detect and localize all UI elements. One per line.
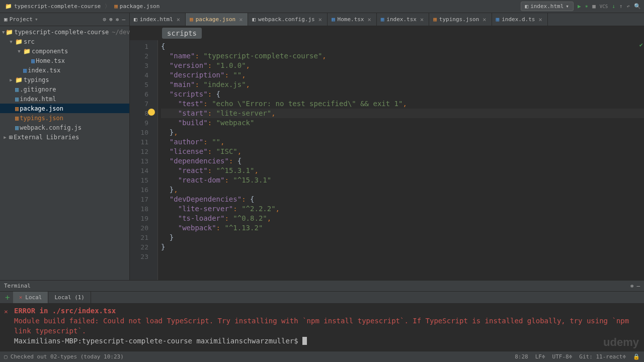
tree-file-packagejson[interactable]: ▦ package.json <box>0 104 129 113</box>
vcs-update-icon[interactable]: ↓ <box>612 3 615 10</box>
tree-label: typescript-complete-course <box>14 29 109 36</box>
tab-packagejson[interactable]: ▦package.json× <box>186 13 248 26</box>
breadcrumb-file[interactable]: ▦ package.json <box>112 2 162 11</box>
html-file-icon: ▦ <box>15 96 19 103</box>
close-icon[interactable]: × <box>317 16 323 23</box>
code-area[interactable]: 1234567891011121314151617181920212223 { … <box>130 40 644 280</box>
chevron-down-icon[interactable]: ▾ <box>35 16 38 23</box>
json-file-icon: ▦ <box>15 105 19 112</box>
chevron-down-icon[interactable]: ▼ <box>16 49 22 54</box>
close-icon[interactable]: × <box>537 16 543 23</box>
collapse-icon[interactable]: ⊙ <box>103 16 107 23</box>
folder-icon: 📁 <box>5 3 12 10</box>
hint-bulb-icon[interactable] <box>148 109 155 116</box>
json-file-icon: ▦ <box>190 16 193 23</box>
tree-file-indexhtml[interactable]: ▦ index.html <box>0 94 129 104</box>
tree-folder-components[interactable]: ▼ 📁 components <box>0 46 129 56</box>
terminal-title: Terminal <box>4 283 31 289</box>
breadcrumb-file-label: package.json <box>120 3 159 10</box>
tsx-file-icon: ▦ <box>23 67 27 74</box>
tab-indexdts[interactable]: ▦index.d.ts× <box>492 13 548 26</box>
chevron-down-icon[interactable]: ▼ <box>2 30 5 35</box>
terminal-prompt: Maximilians-MBP:typescript-complete-cour… <box>14 336 640 346</box>
tab-webpack[interactable]: ◧webpack.config.js× <box>248 13 327 26</box>
search-icon[interactable]: 🔍 <box>634 3 641 10</box>
hide-icon[interactable]: — <box>636 283 640 289</box>
terminal-tab-local1[interactable]: Local (1) <box>48 292 91 303</box>
close-icon[interactable]: × <box>367 16 372 23</box>
chevron-down-icon[interactable]: ▼ <box>8 39 14 44</box>
sidebar-title[interactable]: Project <box>10 16 33 23</box>
tree-folder-typings[interactable]: ▶ 📁 typings <box>0 75 129 84</box>
js-file-icon: ▦ <box>15 124 19 131</box>
chevron-right-icon[interactable]: ▶ <box>2 135 8 140</box>
tab-label: index.d.ts <box>502 16 535 23</box>
breadcrumb-scripts[interactable]: scripts <box>162 28 202 39</box>
chevron-right-icon[interactable]: ▶ <box>8 77 14 82</box>
stop-icon[interactable]: ■ <box>592 3 596 10</box>
tree-file-home[interactable]: ▦ Home.tsx <box>0 56 129 65</box>
tree-external-libs[interactable]: ▶ ⊞ External Libraries <box>0 132 129 142</box>
terminal-error-heading: ERROR in ./src/index.tsx <box>14 306 640 316</box>
inspection-ok-icon[interactable]: ✔ <box>639 41 643 48</box>
locate-icon[interactable]: ⊕ <box>109 16 113 23</box>
terminal-tab-local[interactable]: × Local <box>13 292 49 303</box>
gear-icon[interactable]: ✲ <box>630 283 634 289</box>
vcs-commit-icon[interactable]: ↑ <box>619 3 623 10</box>
tree-label: Home.tsx <box>36 57 65 64</box>
close-icon[interactable]: × <box>481 16 487 23</box>
gear-icon[interactable]: ✲ <box>116 16 119 23</box>
close-icon[interactable]: × <box>238 16 244 23</box>
tree-file-indextsx[interactable]: ▦ index.tsx <box>0 65 129 75</box>
tree-label: typings <box>24 76 49 83</box>
tab-label: index.html <box>140 16 173 23</box>
tree-folder-src[interactable]: ▼ 📁 src <box>0 37 129 46</box>
code-content[interactable]: { "name": "typescript-complete-course", … <box>158 40 644 280</box>
status-icon[interactable]: ▢ <box>4 353 8 360</box>
run-config-label: index.html <box>530 3 564 10</box>
vcs-icon[interactable]: VCS <box>600 4 608 9</box>
library-icon: ⊞ <box>9 134 13 141</box>
debug-icon[interactable]: ✶ <box>585 3 589 10</box>
terminal-body[interactable]: × ERROR in ./src/index.tsx Module build … <box>0 304 644 351</box>
breadcrumb: 📁 typescript-complete-course 〉 ▦ package… <box>3 2 162 11</box>
tree-file-typingsjson[interactable]: ▦ typings.json <box>0 113 129 123</box>
error-x-icon[interactable]: × <box>4 307 8 317</box>
folder-icon: 📁 <box>15 76 23 83</box>
json-file-icon: ▦ <box>15 115 19 122</box>
lock-icon[interactable]: 🔒 <box>633 353 640 360</box>
run-icon[interactable]: ▶ <box>578 3 581 10</box>
breadcrumb-project[interactable]: 📁 typescript-complete-course <box>3 2 103 11</box>
tab-label: index.tsx <box>386 16 417 23</box>
tree-root[interactable]: ▼ 📁 typescript-complete-course ~/devel <box>0 27 129 37</box>
terminal-tabs: + × Local Local (1) <box>0 292 644 304</box>
tree-label: typings.json <box>20 115 63 122</box>
status-bar: ▢ Checked out 02-types (today 10:23) 8:2… <box>0 351 644 362</box>
editor-breadcrumb: scripts <box>130 26 644 40</box>
add-terminal-button[interactable]: + <box>2 292 13 303</box>
undo-icon[interactable]: ↶ <box>626 3 630 10</box>
tree-label: index.html <box>20 96 56 103</box>
tab-typingsjson[interactable]: ▦typings.json× <box>429 13 492 26</box>
tab-label: package.json <box>196 16 235 23</box>
js-file-icon: ◧ <box>252 16 256 23</box>
file-encoding[interactable]: UTF-8≑ <box>552 353 573 360</box>
chevron-down-icon: ▾ <box>566 3 569 10</box>
close-icon[interactable]: × <box>19 294 23 301</box>
cursor-position[interactable]: 8:28 <box>515 353 528 360</box>
terminal-error-detail: Module build failed: Could not load Type… <box>14 316 640 336</box>
git-branch[interactable]: Git: 11-react≑ <box>579 353 626 360</box>
tab-home[interactable]: ▦Home.tsx× <box>328 13 377 26</box>
line-separator[interactable]: LF≑ <box>535 353 545 360</box>
close-icon[interactable]: × <box>419 16 425 23</box>
terminal-panel: Terminal ✲ — + × Local Local (1) × ERROR… <box>0 280 644 351</box>
tree-file-webpack[interactable]: ▦ webpack.config.js <box>0 123 129 132</box>
tab-indexhtml[interactable]: ◧index.html× <box>130 13 186 26</box>
project-tree: ▼ 📁 typescript-complete-course ~/devel ▼… <box>0 26 129 143</box>
html-file-icon: ◧ <box>525 3 529 10</box>
tab-indextsx[interactable]: ▦index.tsx× <box>377 13 429 26</box>
tree-file-gitignore[interactable]: ▦ .gitignore <box>0 84 129 94</box>
hide-icon[interactable]: — <box>122 16 125 23</box>
run-config-dropdown[interactable]: ◧ index.html ▾ <box>521 2 574 11</box>
close-icon[interactable]: × <box>176 16 181 23</box>
